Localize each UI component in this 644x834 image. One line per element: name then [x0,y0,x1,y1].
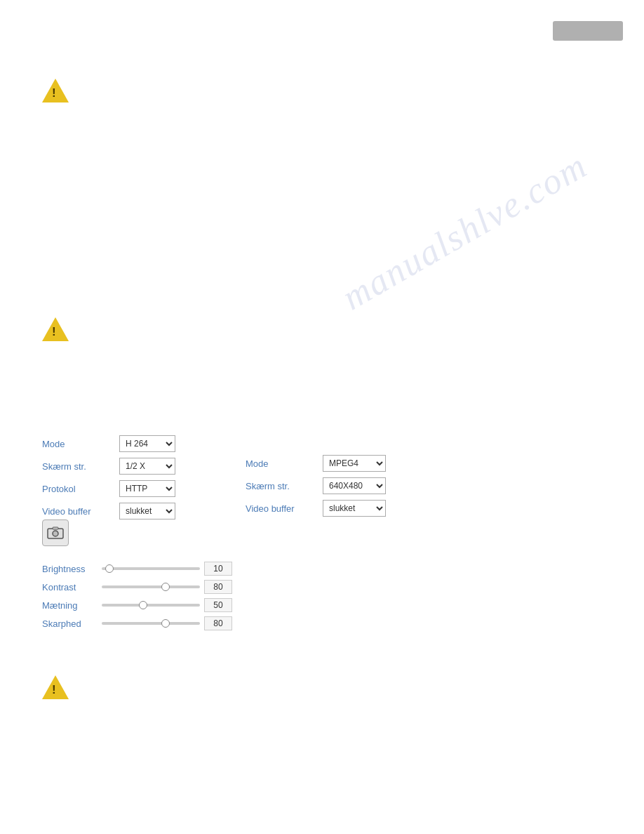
slider-label-kontrast: Kontrast [42,582,102,593]
slider-track-mætning[interactable] [102,600,200,611]
video-buffer-right-select[interactable]: slukket tændt [323,500,386,517]
video-buffer-right-label: Video buffer [246,503,323,514]
slider-track-inner-skarphed [102,622,200,625]
video-buffer-right-row: Video buffer slukket tændt [246,500,386,517]
skarm-str-row: Skærm str. 1/2 X 1X 2X [42,458,175,475]
slider-label-mætning: Mætning [42,600,102,611]
skarm-str-right-label: Skærm str. [246,481,323,491]
warning-icon-2 [42,316,69,343]
skarm-str-right-select[interactable]: 640X480 320X240 [323,477,386,494]
slider-value-brightness: 10 [204,562,232,576]
warning-section-1 [42,77,69,106]
video-buffer-label: Video buffer [42,506,119,517]
skarm-str-select[interactable]: 1/2 X 1X 2X [119,458,175,475]
protokol-select[interactable]: HTTP HTTPS RTSP [119,480,175,497]
slider-track-inner-kontrast [102,585,200,588]
camera-icon [47,527,64,539]
slider-row-skarphed: Skarphed80 [42,616,232,630]
warning-section-2 [42,316,69,345]
slider-track-skarphed[interactable] [102,618,200,629]
protokol-label: Protokol [42,484,119,494]
video-buffer-row: Video buffer slukket tændt [42,503,175,519]
form-right: Mode MPEG4 H264 Skærm str. 640X480 320X2… [246,455,386,522]
slider-value-mætning: 50 [204,598,232,612]
slider-thumb-brightness[interactable] [105,564,114,573]
slider-track-brightness[interactable] [102,563,200,574]
slider-row-brightness: Brightness10 [42,562,232,576]
form-left: Mode H 264 MJPEG Skærm str. 1/2 X 1X 2X … [42,435,175,525]
slider-track-kontrast[interactable] [102,581,200,593]
mode-right-row: Mode MPEG4 H264 [246,455,386,472]
slider-value-kontrast: 80 [204,580,232,594]
slider-row-mætning: Mætning50 [42,598,232,612]
mode-right-label: Mode [246,458,323,469]
warning-icon-3 [42,674,69,701]
mode-row: Mode H 264 MJPEG [42,435,175,452]
slider-thumb-mætning[interactable] [139,601,147,609]
protokol-row: Protokol HTTP HTTPS RTSP [42,480,175,497]
mode-label: Mode [42,439,119,449]
top-bar [553,21,623,41]
video-buffer-select[interactable]: slukket tændt [119,503,175,519]
watermark: manualshlve.com [335,145,593,318]
svg-rect-2 [53,527,58,529]
warning-section-3 [42,674,69,703]
slider-label-skarphed: Skarphed [42,618,102,629]
skarm-str-right-row: Skærm str. 640X480 320X240 [246,477,386,494]
slider-value-skarphed: 80 [204,616,232,630]
sliders-area: Brightness10Kontrast80Mætning50Skarphed8… [42,562,232,635]
svg-point-1 [53,531,58,536]
slider-thumb-kontrast[interactable] [161,583,170,591]
camera-button[interactable] [42,519,69,546]
slider-track-inner-brightness [102,567,200,570]
skarm-str-label: Skærm str. [42,461,119,472]
mode-select[interactable]: H 264 MJPEG [119,435,175,452]
slider-thumb-skarphed[interactable] [161,619,170,628]
warning-icon-1 [42,77,69,104]
slider-label-brightness: Brightness [42,564,102,574]
slider-track-inner-mætning [102,604,200,607]
mode-right-select[interactable]: MPEG4 H264 [323,455,386,472]
slider-row-kontrast: Kontrast80 [42,580,232,594]
